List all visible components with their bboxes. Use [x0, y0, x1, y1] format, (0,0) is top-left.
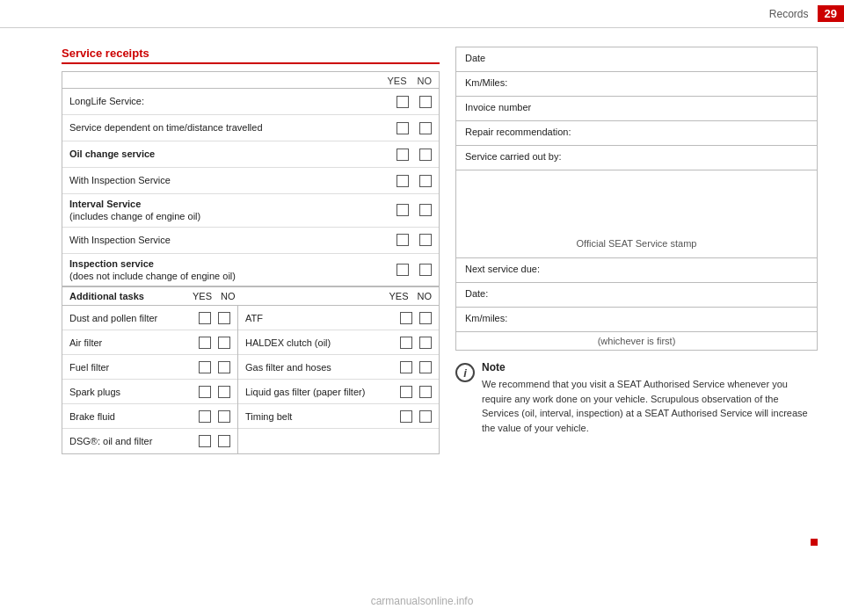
row-label: Inspection service(does not include chan… — [69, 257, 397, 283]
left-column: Service receipts YES NO LongLife Service… — [62, 47, 440, 454]
next-service-field: Next service due: — [456, 258, 817, 283]
note-section: i Note We recommend that you visit a SEA… — [455, 361, 818, 435]
no-checkbox[interactable] — [419, 361, 432, 373]
no-checkbox[interactable] — [218, 386, 230, 398]
no-checkbox[interactable] — [419, 234, 432, 246]
row-label: Interval Service(includes change of engi… — [69, 198, 397, 223]
no-checkbox[interactable] — [419, 264, 432, 276]
yes-checkbox[interactable] — [199, 410, 211, 423]
service-table: YES NO LongLife Service: Service depende… — [62, 71, 440, 286]
no-checkbox[interactable] — [419, 149, 432, 161]
main-content: Service receipts YES NO LongLife Service… — [0, 31, 844, 472]
service-by-field: Service carried out by: — [456, 146, 817, 170]
table-row: With Inspection Service — [62, 228, 439, 254]
table-row: With Inspection Service — [62, 168, 439, 194]
date-field: Date — [456, 47, 817, 72]
no-checkbox[interactable] — [419, 122, 432, 134]
yes-checkbox[interactable] — [397, 175, 409, 187]
additional-left: Dust and pollen filter Air filter — [62, 306, 238, 453]
km-miles-field: Km/Miles: — [456, 72, 817, 97]
item-label: Spark plugs — [69, 387, 199, 397]
row-label: Oil change service — [69, 148, 397, 160]
list-item: Gas filter and hoses — [238, 355, 439, 380]
no-label: NO — [221, 291, 236, 301]
list-item: Timing belt — [238, 404, 439, 429]
no-checkbox[interactable] — [218, 337, 230, 349]
yes-checkbox[interactable] — [199, 435, 211, 447]
info-icon: i — [455, 363, 475, 382]
yes-checkbox[interactable] — [400, 410, 412, 423]
note-content: Note We recommend that you visit a SEAT … — [482, 361, 818, 435]
list-item: Air filter — [62, 330, 237, 355]
yes-checkbox[interactable] — [397, 149, 409, 161]
invoice-field: Invoice number — [456, 97, 817, 121]
watermark: carmanualsonline.info — [371, 595, 474, 607]
next-km-field: Km/miles: — [456, 308, 817, 332]
yes-label2: YES — [389, 291, 408, 301]
yes-checkbox[interactable] — [199, 337, 211, 349]
no-header: NO — [418, 76, 433, 86]
no-label2: NO — [418, 291, 433, 301]
no-checkbox[interactable] — [419, 410, 432, 423]
additional-tasks-table: Additional tasks YES NO YES NO Dust and … — [62, 286, 440, 454]
list-item: DSG®: oil and filter — [62, 429, 237, 453]
table-row: Interval Service(includes change of engi… — [62, 194, 439, 228]
no-checkbox[interactable] — [218, 435, 230, 447]
yes-checkbox[interactable] — [397, 96, 409, 108]
item-label: Fuel filter — [69, 362, 199, 373]
row-label: With Inspection Service — [69, 174, 397, 186]
row-label: With Inspection Service — [69, 234, 397, 246]
field-label: Invoice number — [465, 102, 531, 112]
table-row: Inspection service(does not include chan… — [62, 254, 439, 286]
item-label: ATF — [245, 313, 400, 323]
additional-header: Additional tasks YES NO YES NO — [62, 287, 439, 306]
table-header: YES NO — [62, 72, 439, 89]
no-checkbox[interactable] — [419, 312, 432, 324]
yes-checkbox[interactable] — [397, 122, 409, 134]
item-label: HALDEX clutch (oil) — [245, 337, 400, 348]
table-row: LongLife Service: — [62, 89, 439, 115]
stamp-label: Official SEAT Service stamp — [577, 238, 697, 249]
yes-checkbox[interactable] — [199, 312, 211, 324]
list-item: Liquid gas filter (paper filter) — [238, 380, 439, 404]
note-text: We recommend that you visit a SEAT Autho… — [482, 377, 818, 435]
no-checkbox[interactable] — [218, 361, 230, 373]
repair-field: Repair recommendation: — [456, 121, 817, 146]
field-label: Km/miles: — [465, 313, 507, 323]
item-label: Brake fluid — [69, 411, 199, 422]
no-checkbox[interactable] — [419, 337, 432, 349]
yes-header: YES — [387, 76, 406, 86]
no-checkbox[interactable] — [419, 96, 432, 108]
item-label: Gas filter and hoses — [245, 362, 400, 373]
table-row: Oil change service — [62, 141, 439, 168]
yes-checkbox[interactable] — [397, 264, 409, 276]
yes-checkbox[interactable] — [199, 386, 211, 398]
page-header: Records 29 — [0, 0, 844, 28]
no-checkbox[interactable] — [218, 312, 230, 324]
no-checkbox[interactable] — [419, 204, 432, 216]
yes-checkbox[interactable] — [400, 386, 412, 398]
yes-checkbox[interactable] — [199, 361, 211, 373]
yes-checkbox[interactable] — [400, 361, 412, 373]
yes-checkbox[interactable] — [400, 312, 412, 324]
yes-label: YES — [193, 291, 212, 301]
list-item: ATF — [238, 306, 439, 330]
stamp-area: Official SEAT Service stamp — [456, 170, 817, 258]
no-checkbox[interactable] — [419, 175, 432, 187]
section-title: Records — [769, 8, 809, 20]
item-label: Air filter — [69, 337, 199, 348]
additional-right: ATF HALDEX clutch (oil) — [238, 306, 439, 453]
next-date-field: Date: — [456, 283, 817, 308]
info-box: Date Km/Miles: Invoice number Repair rec… — [455, 47, 818, 351]
no-checkbox[interactable] — [218, 410, 230, 423]
yes-checkbox[interactable] — [397, 204, 409, 216]
field-label: Date — [465, 53, 485, 63]
list-item — [238, 429, 439, 453]
yes-checkbox[interactable] — [400, 337, 412, 349]
yes-checkbox[interactable] — [397, 234, 409, 246]
no-checkbox[interactable] — [419, 386, 432, 398]
additional-cols: Dust and pollen filter Air filter — [62, 306, 439, 453]
additional-label: Additional tasks — [69, 291, 193, 301]
item-label: Liquid gas filter (paper filter) — [245, 387, 400, 397]
note-title: Note — [482, 361, 818, 373]
